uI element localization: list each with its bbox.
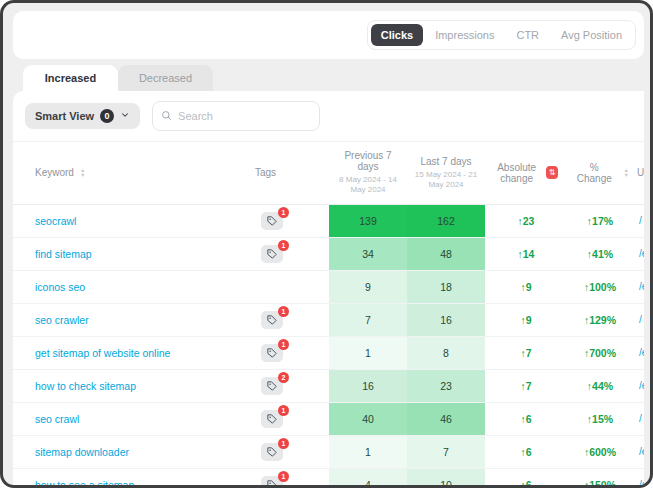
keyword-link[interactable]: sitemap downloader bbox=[13, 435, 251, 468]
absolute-change-header-label: Absolute change bbox=[494, 162, 540, 184]
tag-icon bbox=[267, 480, 277, 488]
chevron-down-icon bbox=[120, 110, 130, 122]
last-value-cell: 10 bbox=[407, 468, 485, 488]
percent-change-cell: ↑17% bbox=[567, 204, 633, 237]
table-row: how to check sitemap21623↑7↑44%/en bbox=[13, 369, 644, 402]
keyword-link[interactable]: seocrawl bbox=[13, 204, 251, 237]
keyword-link[interactable]: how to see a sitemap bbox=[13, 468, 251, 488]
percent-change-cell: ↑150% bbox=[567, 468, 633, 488]
table-row: sitemap downloader117↑6↑600%/en bbox=[13, 435, 644, 468]
column-header-previous: Previous 7 days 8 May 2024 - 14 May 2024 bbox=[329, 142, 407, 205]
previous-value-cell: 7 bbox=[329, 303, 407, 336]
table-row: get sitemap of website online118↑7↑700%/… bbox=[13, 336, 644, 369]
tags-cell: 1 bbox=[251, 336, 329, 369]
url-link[interactable]: /en bbox=[633, 336, 644, 369]
results-card: Smart View 0 Key bbox=[13, 91, 644, 488]
metric-button-ctr[interactable]: CTR bbox=[506, 24, 549, 46]
keyword-link[interactable]: find sitemap bbox=[13, 237, 251, 270]
absolute-change-cell: ↑23 bbox=[485, 204, 567, 237]
tags-header-label: Tags bbox=[255, 167, 276, 178]
tag-count-badge: 1 bbox=[278, 471, 289, 482]
active-sort-icon[interactable]: ⇅ bbox=[546, 166, 559, 179]
absolute-change-cell: ↑6 bbox=[485, 435, 567, 468]
tag-count-badge: 1 bbox=[278, 438, 289, 449]
metric-button-clicks[interactable]: Clicks bbox=[371, 24, 423, 46]
previous-value-cell: 1 bbox=[329, 435, 407, 468]
url-link[interactable]: / bbox=[633, 204, 644, 237]
keyword-link[interactable]: get sitemap of website online bbox=[13, 336, 251, 369]
smart-view-button[interactable]: Smart View 0 bbox=[25, 103, 140, 129]
keyword-link[interactable]: how to check sitemap bbox=[13, 369, 251, 402]
previous-value-cell: 4 bbox=[329, 468, 407, 488]
last-date-range: 15 May 2024 - 21 May 2024 bbox=[411, 170, 481, 191]
column-header-keyword: Keyword ▲▼ bbox=[13, 142, 251, 205]
tag-count-badge: 1 bbox=[278, 240, 289, 251]
column-header-tags: Tags bbox=[251, 142, 329, 205]
tag-chip[interactable]: 1 bbox=[261, 410, 283, 428]
tag-chip[interactable]: 1 bbox=[261, 443, 283, 461]
last-value-cell: 8 bbox=[407, 336, 485, 369]
tags-cell: 1 bbox=[251, 435, 329, 468]
percent-change-cell: ↑129% bbox=[567, 303, 633, 336]
top-toolbar: Clicks Impressions CTR Avg Position bbox=[13, 11, 644, 59]
tag-chip[interactable]: 2 bbox=[261, 377, 283, 395]
tag-icon bbox=[267, 414, 277, 424]
tag-icon bbox=[267, 249, 277, 259]
table-row: how to see a sitemap1410↑6↑150%/en bbox=[13, 468, 644, 488]
tag-icon bbox=[267, 315, 277, 325]
tag-chip[interactable]: 1 bbox=[261, 344, 283, 362]
absolute-change-cell: ↑6 bbox=[485, 468, 567, 488]
tags-cell: 1 bbox=[251, 303, 329, 336]
percent-change-header-label: % Change bbox=[571, 162, 618, 184]
metric-button-impressions[interactable]: Impressions bbox=[425, 24, 504, 46]
previous-date-range: 8 May 2024 - 14 May 2024 bbox=[333, 175, 403, 196]
absolute-change-cell: ↑7 bbox=[485, 369, 567, 402]
previous-header-label: Previous 7 days bbox=[333, 150, 403, 172]
metric-button-avg-position[interactable]: Avg Position bbox=[551, 24, 632, 46]
search-input[interactable] bbox=[178, 110, 311, 122]
column-header-url: URL ▲▼ bbox=[633, 142, 644, 205]
tag-chip[interactable]: 1 bbox=[261, 476, 283, 488]
absolute-change-cell: ↑9 bbox=[485, 270, 567, 303]
table-row: seocrawl1139162↑23↑17%/ bbox=[13, 204, 644, 237]
url-link[interactable]: /en bbox=[633, 468, 644, 488]
tag-chip[interactable]: 1 bbox=[261, 212, 283, 230]
last-value-cell: 46 bbox=[407, 402, 485, 435]
tags-cell: 1 bbox=[251, 204, 329, 237]
table-row: seo crawl14046↑6↑15%/ bbox=[13, 402, 644, 435]
absolute-change-cell: ↑9 bbox=[485, 303, 567, 336]
url-link[interactable]: / bbox=[633, 303, 644, 336]
keyword-header-label: Keyword bbox=[35, 167, 74, 178]
url-link[interactable]: / bbox=[633, 402, 644, 435]
tab-decreased[interactable]: Decreased bbox=[118, 65, 213, 91]
sort-icon-keyword[interactable]: ▲▼ bbox=[80, 168, 85, 178]
url-link[interactable]: /em bbox=[633, 270, 644, 303]
keyword-link[interactable]: seo crawl bbox=[13, 402, 251, 435]
tag-count-badge: 1 bbox=[278, 405, 289, 416]
sort-icon-percent-change[interactable]: ▲▼ bbox=[624, 168, 629, 178]
last-value-cell: 48 bbox=[407, 237, 485, 270]
keyword-link[interactable]: seo crawler bbox=[13, 303, 251, 336]
tag-count-badge: 1 bbox=[278, 207, 289, 218]
url-link[interactable]: /en bbox=[633, 369, 644, 402]
last-value-cell: 162 bbox=[407, 204, 485, 237]
url-link[interactable]: /en bbox=[633, 237, 644, 270]
last-value-cell: 18 bbox=[407, 270, 485, 303]
tags-cell: 2 bbox=[251, 369, 329, 402]
percent-change-cell: ↑15% bbox=[567, 402, 633, 435]
tags-cell: 1 bbox=[251, 402, 329, 435]
tab-increased[interactable]: Increased bbox=[23, 65, 118, 91]
absolute-change-cell: ↑14 bbox=[485, 237, 567, 270]
tag-chip[interactable]: 1 bbox=[261, 311, 283, 329]
table-row: seo crawler1716↑9↑129%/ bbox=[13, 303, 644, 336]
percent-change-cell: ↑100% bbox=[567, 270, 633, 303]
smart-view-count-badge: 0 bbox=[100, 109, 114, 123]
url-link[interactable]: /en bbox=[633, 435, 644, 468]
previous-value-cell: 1 bbox=[329, 336, 407, 369]
url-header-label: URL bbox=[637, 167, 644, 178]
smart-view-label: Smart View bbox=[35, 110, 94, 122]
table-header-row: Keyword ▲▼ Tags Previous 7 days 8 May 20… bbox=[13, 142, 644, 205]
keyword-link[interactable]: iconos seo bbox=[13, 270, 251, 303]
tag-chip[interactable]: 1 bbox=[261, 245, 283, 263]
table-toolbar: Smart View 0 bbox=[13, 91, 644, 141]
